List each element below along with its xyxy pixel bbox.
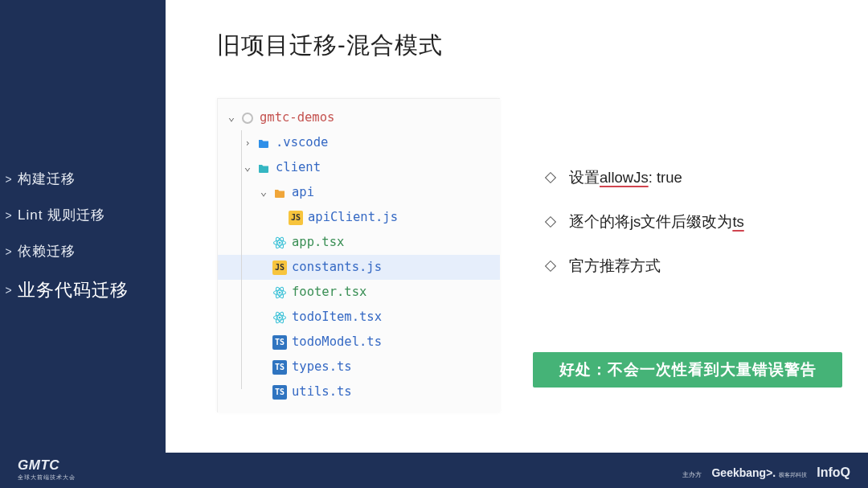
tree-row[interactable]: TStypes.ts — [218, 355, 500, 379]
sidebar-item-0[interactable]: >构建迁移 — [0, 161, 166, 197]
sidebar-item-label: 构建迁移 — [18, 170, 76, 188]
chevron-down-icon: ⌄ — [258, 186, 269, 197]
slide-title: 旧项目迁移-混合模式 — [217, 30, 443, 62]
geekbang-logo: Geekbang>. — [711, 466, 776, 479]
react-file-icon — [272, 310, 287, 325]
svg-point-11 — [279, 316, 281, 318]
folder-icon — [256, 161, 271, 175]
sidebar-nav: >构建迁移>Lint 规则迁移>依赖迁移>业务代码迁移 — [0, 161, 166, 311]
bullet-item: 官方推荐方式 — [547, 256, 744, 276]
host-label: 主办方 — [682, 470, 702, 479]
tree-row-label: .vscode — [276, 137, 328, 150]
tree-row[interactable]: JSapiClient.js — [218, 205, 500, 230]
ts-file-icon: TS — [272, 335, 287, 350]
circle-outline-icon — [240, 111, 255, 125]
tree-row[interactable]: ⌄api — [218, 180, 500, 205]
react-file-icon — [272, 236, 287, 250]
footer-right: 主办方 Geekbang>. 极客邦科技 InfoQ — [682, 465, 850, 480]
sidebar-item-label: Lint 规则迁移 — [18, 206, 105, 224]
tree-row-label: utils.ts — [292, 386, 352, 399]
tree-row[interactable]: ⌄client — [218, 155, 500, 180]
ts-file-icon: TS — [272, 360, 287, 375]
bullet-text: 设置allowJs: true — [569, 167, 682, 187]
folder-icon — [256, 136, 271, 150]
tree-row[interactable]: TSutils.ts — [218, 379, 500, 404]
chevron-right-icon: > — [3, 284, 14, 297]
tree-row[interactable]: ⌄gmtc-demos — [218, 105, 500, 130]
tree-row[interactable]: JSconstants.js — [218, 255, 500, 280]
file-tree: ⌄gmtc-demos›.vscode⌄client⌄apiJSapiClien… — [217, 98, 500, 412]
chevron-down-icon: ⌄ — [226, 111, 237, 122]
geekbang-sub: 极客邦科技 — [779, 471, 807, 479]
react-icon — [272, 310, 287, 325]
chevron-right-icon: > — [3, 173, 14, 186]
folder-icon — [272, 186, 287, 200]
svg-point-3 — [279, 241, 281, 244]
tree-row-label: footer.tsx — [292, 286, 366, 299]
tree-row-label: client — [276, 162, 321, 174]
tree-row[interactable]: footer.tsx — [218, 280, 500, 305]
ts-file-icon: TS — [272, 385, 287, 400]
tree-row[interactable]: app.tsx — [218, 230, 500, 255]
gmtc-logo-text: GMTC — [18, 457, 76, 474]
tree-row[interactable]: ›.vscode — [218, 130, 500, 155]
diamond-bullet-icon — [545, 260, 556, 271]
sidebar-item-2[interactable]: >依赖迁移 — [0, 233, 166, 269]
slide: >构建迁移>Lint 规则迁移>依赖迁移>业务代码迁移 旧项目迁移-混合模式 ⌄… — [0, 0, 868, 488]
tree-row-label: todoItem.tsx — [292, 311, 382, 324]
diamond-bullet-icon — [545, 171, 556, 182]
bullet-text: 逐个的将js文件后缀改为ts — [569, 211, 744, 232]
sidebar-item-3[interactable]: >业务代码迁移 — [0, 269, 166, 311]
chevron-right-icon: › — [242, 138, 253, 148]
gmtc-logo-sub: 全球大前端技术大会 — [18, 474, 76, 482]
tree-row[interactable]: TStodoModel.ts — [218, 330, 500, 355]
tree-row-label: constants.js — [292, 261, 382, 274]
sidebar-item-label: 业务代码迁移 — [18, 278, 129, 302]
footer: GMTC 全球大前端技术大会 主办方 Geekbang>. 极客邦科技 Info… — [0, 453, 868, 488]
tree-row[interactable]: todoItem.tsx — [218, 305, 500, 330]
tree-row-label: gmtc-demos — [260, 112, 334, 125]
tree-row-label: api — [292, 187, 314, 199]
react-icon — [272, 285, 287, 300]
tree-row-label: todoModel.ts — [292, 336, 382, 349]
chevron-down-icon: ⌄ — [242, 161, 253, 172]
tree-row-label: apiClient.js — [308, 211, 398, 224]
tree-row-label: app.tsx — [292, 236, 344, 249]
tree-row-label: types.ts — [292, 361, 352, 374]
bullet-list: 设置allowJs: true逐个的将js文件后缀改为ts官方推荐方式 — [547, 167, 744, 300]
sidebar: >构建迁移>Lint 规则迁移>依赖迁移>业务代码迁移 — [0, 0, 166, 488]
svg-point-7 — [279, 291, 281, 293]
infoq-logo: InfoQ — [817, 465, 850, 480]
bullet-item: 逐个的将js文件后缀改为ts — [547, 211, 744, 232]
react-file-icon — [272, 285, 287, 300]
chevron-right-icon: > — [3, 209, 14, 222]
bullet-text: 官方推荐方式 — [569, 256, 661, 276]
bullet-item: 设置allowJs: true — [547, 167, 744, 187]
sidebar-item-label: 依赖迁移 — [18, 242, 76, 260]
js-file-icon: JS — [289, 211, 303, 225]
footer-logo-left: GMTC 全球大前端技术大会 — [18, 457, 76, 482]
js-file-icon: JS — [272, 260, 287, 275]
diamond-bullet-icon — [545, 215, 556, 227]
react-icon — [272, 236, 287, 250]
sidebar-item-1[interactable]: >Lint 规则迁移 — [0, 197, 166, 233]
chevron-right-icon: > — [3, 245, 14, 258]
benefit-callout: 好处：不会一次性看到大量错误警告 — [533, 352, 842, 388]
